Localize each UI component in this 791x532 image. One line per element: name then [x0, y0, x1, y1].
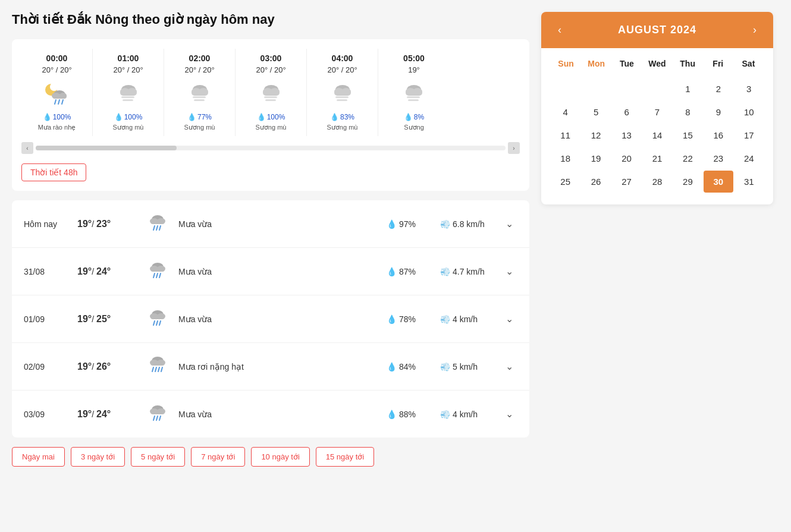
- moon-cloud-rain-icon: [43, 78, 71, 109]
- daily-row-3: 02/09 19°/ 26° Mưa rơi nặng hạt 💧: [12, 343, 529, 391]
- weekday-tue: Tue: [611, 54, 642, 73]
- calendar-body: Sun Mon Tue Wed Thu Fri Sat 123456789101…: [541, 48, 773, 204]
- cloud-rain-icon-0: [143, 210, 172, 238]
- daily-temp-1: 19°/ 24°: [77, 266, 137, 277]
- calendar-day[interactable]: 18: [551, 147, 580, 169]
- svg-rect-3: [52, 94, 67, 99]
- calendar-day[interactable]: 17: [734, 124, 764, 146]
- svg-line-71: [156, 416, 158, 420]
- svg-line-50: [159, 273, 161, 278]
- svg-rect-69: [150, 410, 165, 414]
- calendar-day[interactable]: 1: [673, 78, 702, 100]
- calendar-day[interactable]: 11: [551, 124, 580, 146]
- quick-btn-0[interactable]: Ngày mai: [12, 447, 65, 467]
- daily-rain-0: 💧 97%: [387, 219, 434, 229]
- svg-line-41: [153, 226, 155, 230]
- daily-chevron-0[interactable]: ⌄: [506, 218, 517, 229]
- hourly-temp-1: 20° / 20°: [113, 65, 143, 74]
- scroll-right-arrow[interactable]: ›: [508, 142, 520, 154]
- hourly-desc-1: Sương mù: [113, 124, 144, 131]
- svg-rect-12: [123, 99, 133, 101]
- calendar-day[interactable]: 4: [551, 101, 580, 123]
- calendar-day[interactable]: 6: [612, 101, 641, 123]
- hourly-desc-3: Sương mù: [256, 124, 287, 131]
- daily-date-0: Hôm nay: [24, 219, 71, 229]
- hourly-desc-5: Sương: [404, 124, 424, 131]
- calendar-day[interactable]: 27: [612, 171, 641, 193]
- hourly-item-2: 02:00 20° / 20° 💧: [164, 49, 236, 136]
- hourly-temp-3: 20° / 20°: [256, 65, 285, 74]
- daily-wind-4: 💨 4 km/h: [440, 410, 500, 419]
- quick-btn-2[interactable]: 5 ngày tới: [131, 447, 185, 467]
- daily-date-3: 02/09: [24, 362, 71, 372]
- calendar-day[interactable]: 21: [642, 147, 671, 169]
- svg-line-56: [156, 321, 158, 325]
- hourly-rain-0: 💧 100%: [43, 113, 71, 121]
- calendar-day: [581, 78, 610, 100]
- hourly-temp-2: 20° / 20°: [184, 65, 214, 74]
- calendar-day[interactable]: 28: [642, 171, 671, 193]
- calendar-day[interactable]: 22: [673, 147, 702, 169]
- calendar-day[interactable]: 5: [581, 101, 610, 123]
- weekday-mon: Mon: [581, 54, 611, 73]
- daily-chevron-4[interactable]: ⌄: [506, 408, 517, 420]
- weekday-wed: Wed: [642, 54, 672, 73]
- quick-btn-3[interactable]: 7 ngày tới: [191, 447, 245, 467]
- calendar-day[interactable]: 8: [673, 101, 702, 123]
- quick-btn-4[interactable]: 10 ngày tới: [251, 447, 309, 467]
- calendar-day[interactable]: 3: [734, 78, 764, 100]
- svg-line-49: [156, 273, 158, 278]
- calendar-day[interactable]: 29: [673, 171, 702, 193]
- calendar-prev-button[interactable]: ‹: [553, 21, 566, 39]
- hourly-temp-4: 20° / 20°: [327, 65, 357, 74]
- svg-line-42: [156, 226, 158, 230]
- hourly-scroll[interactable]: 00:00 20° / 20°: [21, 49, 520, 136]
- calendar-day[interactable]: 14: [642, 124, 671, 146]
- svg-rect-40: [150, 219, 165, 224]
- weekday-thu: Thu: [673, 54, 703, 73]
- calendar-day[interactable]: 16: [704, 124, 733, 146]
- quick-buttons: Ngày mai 3 ngày tới 5 ngày tới 7 ngày tớ…: [12, 447, 529, 467]
- calendar-day[interactable]: 26: [581, 171, 610, 193]
- daily-chevron-2[interactable]: ⌄: [506, 313, 517, 325]
- calendar-day[interactable]: 15: [673, 124, 702, 146]
- calendar-day[interactable]: 12: [581, 124, 610, 146]
- cloud-fog-icon-5: [400, 78, 428, 109]
- daily-temp-0: 19°/ 23°: [77, 219, 137, 229]
- calendar-day[interactable]: 30: [704, 171, 733, 193]
- weekday-sat: Sat: [733, 54, 764, 73]
- daily-chevron-1[interactable]: ⌄: [506, 266, 517, 277]
- cloud-fog-icon-3: [257, 78, 285, 109]
- calendar-day[interactable]: 31: [734, 171, 764, 193]
- daily-chevron-3[interactable]: ⌄: [506, 361, 517, 372]
- svg-rect-61: [150, 361, 165, 366]
- svg-rect-29: [335, 96, 349, 98]
- calendar-day[interactable]: 10: [734, 101, 764, 123]
- calendar-day[interactable]: 13: [612, 124, 641, 146]
- svg-line-72: [159, 416, 161, 420]
- hourly-items: 00:00 20° / 20°: [21, 49, 520, 136]
- svg-line-43: [159, 226, 161, 230]
- calendar-day[interactable]: 23: [704, 147, 733, 169]
- svg-line-64: [158, 367, 159, 372]
- calendar-next-button[interactable]: ›: [748, 21, 761, 39]
- calendar-day[interactable]: 25: [551, 171, 580, 193]
- quick-btn-1[interactable]: 3 ngày tới: [71, 447, 125, 467]
- calendar-day[interactable]: 20: [612, 147, 641, 169]
- cloud-rain-icon-4: [143, 400, 172, 428]
- calendar-day[interactable]: 19: [581, 147, 610, 169]
- hourly-temp-0: 20° / 20°: [42, 65, 71, 74]
- svg-rect-22: [263, 90, 280, 96]
- daily-temp-3: 19°/ 26°: [77, 361, 137, 372]
- scroll-left-arrow[interactable]: ‹: [21, 142, 33, 154]
- quick-btn-5[interactable]: 15 ngày tới: [316, 447, 374, 467]
- btn-48h[interactable]: Thời tiết 48h: [21, 163, 86, 181]
- daily-date-4: 03/09: [24, 410, 71, 419]
- calendar-day[interactable]: 2: [704, 78, 733, 100]
- scroll-track[interactable]: [36, 146, 506, 150]
- calendar-day[interactable]: 7: [642, 101, 671, 123]
- cloud-fog-icon-2: [186, 78, 214, 109]
- calendar-day[interactable]: 9: [704, 101, 733, 123]
- calendar-day[interactable]: 24: [734, 147, 764, 169]
- hourly-item-1: 01:00 20° / 20° 💧: [93, 49, 164, 136]
